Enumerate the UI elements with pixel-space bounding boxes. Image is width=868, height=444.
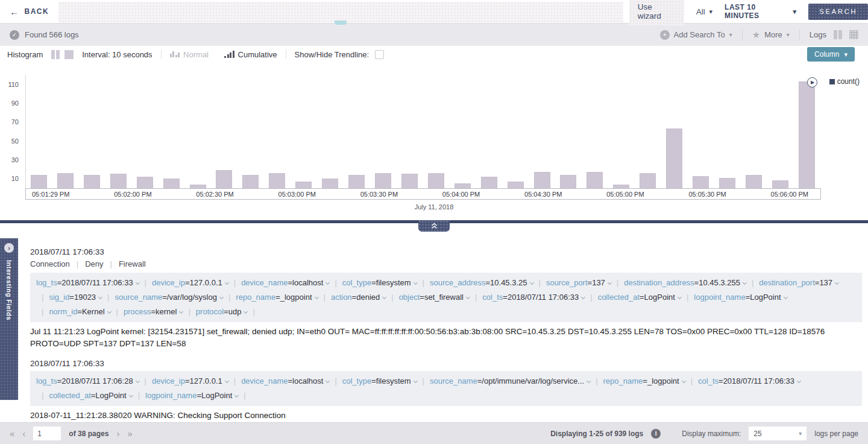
log-tag[interactable]: Connection	[30, 259, 70, 268]
field-chip-device_ip[interactable]: device_ip=127.0.0.1	[152, 376, 228, 385]
histogram-bar[interactable]	[560, 175, 576, 188]
normal-toggle[interactable]: Normal	[183, 50, 209, 59]
histogram-bar[interactable]	[799, 81, 815, 188]
field-chip-log_ts[interactable]: log_ts=2018/07/11 17:06:28	[36, 376, 139, 385]
field-chip-process[interactable]: process=kernel	[124, 307, 183, 316]
field-chip-logpoint_name[interactable]: logpoint_name=LogPoint	[145, 391, 238, 400]
field-chip-source_name[interactable]: source_name=/var/log/syslog	[115, 293, 223, 302]
histogram-bar[interactable]	[508, 182, 524, 188]
field-chip-object[interactable]: object=set_firewall	[399, 293, 470, 302]
back-button[interactable]: ← BACK	[0, 7, 58, 17]
prev-page-button[interactable]: ‹	[22, 429, 25, 438]
search-input[interactable]	[58, 2, 623, 22]
display-maximum-select[interactable]: 25 ▾	[749, 427, 807, 440]
next-page-button[interactable]: ›	[116, 429, 119, 438]
log-tag[interactable]: Deny	[85, 259, 103, 268]
trendline-checkbox[interactable]	[375, 50, 384, 59]
histogram-bar[interactable]	[719, 178, 735, 188]
back-arrow-icon: ←	[10, 7, 20, 17]
trendline-label: Show/Hide Trendline:	[295, 50, 370, 59]
last-page-button[interactable]: »	[127, 429, 132, 438]
chip-separator: |	[596, 376, 597, 385]
log-tag[interactable]: Firewall	[119, 259, 146, 268]
more-dropdown[interactable]: ★ More ▾	[752, 30, 790, 40]
field-chip-col_ts[interactable]: col_ts=2018/07/11 17:06:33	[482, 293, 585, 302]
chart-type-dropdown[interactable]: Column ▾	[807, 47, 855, 62]
histogram-bar[interactable]	[693, 176, 709, 188]
histogram-bar[interactable]	[57, 173, 74, 188]
histogram-bar[interactable]	[587, 172, 603, 188]
field-chip-action[interactable]: action=denied	[331, 293, 386, 302]
histogram-bar[interactable]	[110, 174, 127, 188]
field-value: =/opt/immune/var/log/service...	[477, 376, 584, 385]
field-value: =LogPoint	[91, 391, 127, 400]
first-page-button[interactable]: «	[10, 429, 14, 438]
field-chip-collected_at[interactable]: collected_at=LogPoint	[598, 293, 681, 302]
histogram-bar[interactable]	[613, 185, 629, 188]
field-chip-destination_address[interactable]: destination_address=10.45.3.255	[624, 278, 746, 287]
split-view-icon[interactable]	[834, 30, 842, 39]
field-chip-protocol[interactable]: protocol=udp	[196, 307, 248, 316]
histogram-split-icon[interactable]	[51, 50, 60, 59]
field-chip-device_ip[interactable]: device_ip=127.0.0.1	[152, 278, 228, 287]
search-resize-handle[interactable]	[335, 21, 347, 25]
histogram-bar[interactable]	[137, 177, 153, 188]
field-chip-col_ts[interactable]: col_ts=2018/07/11 17:06:33	[698, 376, 800, 385]
cumulative-toggle[interactable]: Cumulative	[238, 50, 277, 59]
histogram-bar[interactable]	[216, 170, 232, 188]
histogram-block-icon[interactable]	[64, 50, 74, 59]
field-chip-norm_id[interactable]: norm_id=Kernel	[49, 307, 110, 316]
field-chip-source_address[interactable]: source_address=10.45.3.25	[430, 278, 533, 287]
histogram-bar[interactable]	[322, 179, 338, 188]
histogram-bar[interactable]	[190, 185, 206, 188]
use-wizard-button[interactable]: Use wizard	[629, 0, 684, 25]
play-button[interactable]: ▶	[807, 77, 817, 87]
field-chip-source_name[interactable]: source_name=/opt/immune/var/log/service.…	[430, 376, 590, 385]
histogram-bar[interactable]	[666, 128, 682, 188]
histogram-bar[interactable]	[348, 175, 365, 188]
histogram-bar[interactable]	[375, 173, 391, 188]
histogram-bar[interactable]	[772, 180, 788, 188]
histogram-bar[interactable]	[163, 179, 180, 188]
histogram-bar[interactable]	[746, 175, 762, 188]
repo-scope-dropdown[interactable]: All ▾	[696, 7, 712, 16]
histogram-bar[interactable]	[269, 173, 285, 188]
interesting-fields-panel-toggle[interactable]: › Interesting Fields	[0, 238, 18, 400]
chart-legend: count()	[829, 77, 860, 86]
histogram-bar[interactable]	[84, 175, 100, 188]
time-range-dropdown[interactable]: LAST 10 MINUTES ▾	[725, 3, 796, 20]
field-chip-col_type[interactable]: col_type=filesystem	[342, 376, 417, 385]
add-search-to-dropdown[interactable]: + Add Search To ▾	[660, 30, 732, 40]
field-chip-log_ts[interactable]: log_ts=2018/07/11 17:06:33	[36, 278, 139, 287]
field-chip-logpoint_name[interactable]: logpoint_name=LogPoint	[694, 293, 787, 302]
full-view-icon[interactable]	[849, 30, 858, 39]
field-chip-destination_port[interactable]: destination_port=137	[759, 278, 838, 287]
x-axis-tick: 05:03:00 PM	[278, 191, 316, 198]
time-range-label: LAST 10 MINUTES	[725, 3, 788, 20]
field-chip-repo_name[interactable]: repo_name=_logpoint	[236, 293, 318, 302]
field-key: logpoint_name	[694, 293, 745, 302]
page-number-input[interactable]	[33, 427, 61, 440]
expand-panel-icon[interactable]: ›	[4, 243, 14, 253]
field-chip-collected_at[interactable]: collected_at=LogPoint	[49, 391, 132, 400]
collapse-histogram-button[interactable]	[418, 220, 450, 232]
histogram-bar[interactable]	[31, 175, 47, 188]
histogram-bar[interactable]	[454, 183, 471, 188]
histogram-bar[interactable]	[481, 177, 497, 188]
section-divider	[0, 220, 868, 223]
field-chip-col_type[interactable]: col_type=filesystem	[342, 278, 417, 287]
field-chip-sig_id[interactable]: sig_id=19023	[49, 293, 102, 302]
histogram-bar[interactable]	[242, 175, 259, 188]
field-chip-source_port[interactable]: source_port=137	[546, 278, 611, 287]
field-chip-repo_name[interactable]: repo_name=_logpoint	[603, 376, 685, 385]
field-value: =/var/log/syslog	[162, 293, 217, 302]
histogram-bar[interactable]	[428, 173, 444, 188]
info-icon[interactable]: i	[651, 429, 661, 439]
field-chip-device_name[interactable]: device_name=localhost	[241, 278, 329, 287]
histogram-bar[interactable]	[640, 173, 656, 188]
search-button[interactable]: SEARCH	[808, 4, 868, 20]
field-chip-device_name[interactable]: device_name=localhost	[241, 376, 329, 385]
histogram-bar[interactable]	[295, 182, 312, 188]
histogram-bar[interactable]	[401, 174, 418, 188]
histogram-bar[interactable]	[534, 172, 550, 188]
